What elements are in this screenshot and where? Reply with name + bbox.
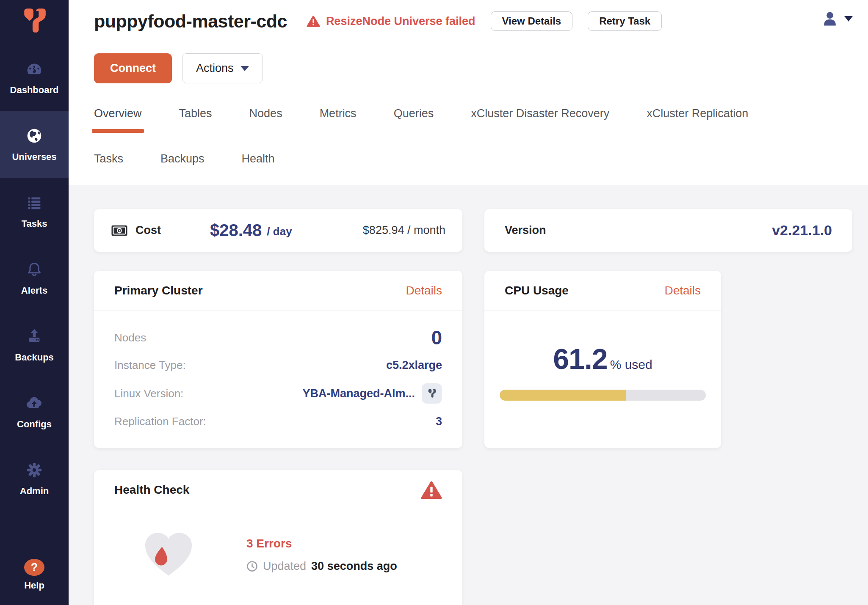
actions-label: Actions [196,62,234,75]
cpu-usage-value-wrap: 61.2 % used [500,342,706,375]
sidebar-item-alerts[interactable]: Alerts [0,245,69,311]
linux-version-row: Linux Version: YBA-Managed-Alm... [114,383,442,404]
tab-xcluster-replication[interactable]: xCluster Replication [647,107,748,120]
tab-tasks[interactable]: Tasks [94,152,123,165]
task-failed-text: ResizeNode Universe failed [326,15,475,28]
health-check-header: Health Check [94,470,462,510]
tab-label: Overview [94,107,142,120]
sidebar-item-label: Dashboard [10,85,59,96]
banknote-icon [111,224,128,237]
active-tab-indicator [92,129,144,133]
connect-button[interactable]: Connect [94,53,172,83]
tab-backups[interactable]: Backups [160,152,205,165]
yugabyte-y-logo-icon [18,7,50,35]
tab-tables[interactable]: Tables [179,107,212,120]
sidebar-item-label: Backups [15,352,54,363]
linux-version-value: YBA-Managed-Alm... [302,387,415,400]
sidebar-item-label: Admin [20,486,49,497]
title-row: puppyfood-master-cdc ResizeNode Universe… [94,0,868,36]
sidebar: Dashboard Universes [0,0,69,605]
sidebar-item-universes[interactable]: Universes [0,111,69,178]
sidebar-item-label: Tasks [22,218,47,229]
task-list-icon [25,193,44,212]
cost-card: Cost $28.48 / day $825.94 / month [94,209,462,252]
cpu-usage-card: CPU Usage Details 61.2 % used [484,271,721,448]
gauge-icon [25,59,44,79]
chevron-down-icon [844,16,853,22]
health-updated-value: 30 seconds ago [311,560,397,573]
cpu-usage-progress-fill [500,390,626,401]
instance-type-value: c5.2xlarge [386,359,442,372]
sidebar-spacer [0,512,69,547]
sidebar-item-label: Help [24,580,44,591]
warning-triangle-icon [307,15,320,28]
nodes-row: Nodes 0 [114,328,442,347]
health-errors-link[interactable]: 3 Errors [246,537,397,550]
cost-per-month-value: $825.94 / month [363,224,445,237]
health-updated-row: Updated 30 seconds ago [246,560,397,573]
sidebar-item-configs[interactable]: Configs [0,378,69,445]
warning-triangle-icon [421,480,442,500]
primary-cluster-header: Primary Cluster Details [94,271,462,311]
backup-upload-icon [25,327,44,346]
health-updated-label: Updated [263,560,306,573]
cost-label: Cost [135,224,161,237]
replication-factor-label: Replication Factor: [114,415,206,428]
nodes-label: Nodes [114,331,146,344]
health-check-info: 3 Errors Updated 30 seconds ago [246,537,397,573]
health-row: Health Check [94,470,852,605]
sidebar-item-dashboard[interactable]: Dashboard [0,44,69,111]
cpu-usage-suffix: % used [610,358,652,372]
user-menu[interactable] [821,9,853,28]
replication-factor-row: Replication Factor: 3 [114,415,442,428]
tabs-row-2: Tasks Backups Health [94,152,868,165]
primary-cluster-details-link[interactable]: Details [406,284,442,297]
action-buttons-row: Connect Actions [94,53,868,83]
retry-task-button[interactable]: Retry Task [588,11,662,31]
cpu-usage-header: CPU Usage Details [484,271,721,311]
primary-cluster-body: Nodes 0 Instance Type: c5.2xlarge Linux … [94,311,462,428]
tab-metrics[interactable]: Metrics [320,107,357,120]
clock-icon [246,561,258,572]
version-label: Version [505,224,546,237]
tab-nodes[interactable]: Nodes [249,107,282,120]
yugabyte-logo[interactable] [0,0,69,44]
yba-managed-badge[interactable] [422,383,442,404]
primary-cluster-card: Primary Cluster Details Nodes 0 Instance… [94,271,462,448]
tab-health[interactable]: Health [242,152,275,165]
tab-queries[interactable]: Queries [394,107,434,120]
cost-per-day-suffix: / day [267,225,292,238]
sidebar-item-admin[interactable]: Admin [0,445,69,512]
bell-icon [25,260,44,279]
tabs-row-1: Overview Tables Nodes Metrics Queries xC… [94,107,868,120]
tab-xcluster-disaster-recovery[interactable]: xCluster Disaster Recovery [471,107,609,120]
cpu-usage-body: 61.2 % used [484,342,721,401]
yugabyte-y-logo-icon [426,388,437,399]
view-details-button[interactable]: View Details [491,11,573,31]
sidebar-item-tasks[interactable]: Tasks [0,178,69,245]
cpu-usage-title: CPU Usage [505,284,569,297]
sidebar-item-help[interactable]: ? Help [0,547,69,602]
universe-title: puppyfood-master-cdc [94,11,287,32]
health-check-body: 3 Errors Updated 30 seconds ago [94,510,462,581]
detail-cards-row: Primary Cluster Details Nodes 0 Instance… [94,271,852,448]
sidebar-item-backups[interactable]: Backups [0,311,69,378]
heart-health-icon [141,528,196,581]
linux-version-cluster: YBA-Managed-Alm... [302,383,442,404]
linux-version-label: Linux Version: [114,387,183,400]
app-root: Dashboard Universes [0,0,868,605]
question-icon: ? [24,559,44,576]
cloud-upload-icon [25,393,44,413]
version-card: Version v2.21.1.0 [484,209,852,252]
cpu-usage-details-link[interactable]: Details [664,284,701,297]
summary-cards-row: Cost $28.48 / day $825.94 / month Versio… [94,209,852,252]
cpu-usage-progress-track [500,390,706,401]
topbar: puppyfood-master-cdc ResizeNode Universe… [69,0,868,185]
task-failed-alert: ResizeNode Universe failed [307,15,475,28]
sidebar-item-label: Universes [12,151,56,162]
version-value: v2.21.1.0 [772,222,832,239]
actions-dropdown-button[interactable]: Actions [182,53,263,83]
sidebar-item-label: Alerts [21,285,47,296]
tab-overview[interactable]: Overview [94,107,142,120]
health-check-card: Health Check [94,470,462,605]
